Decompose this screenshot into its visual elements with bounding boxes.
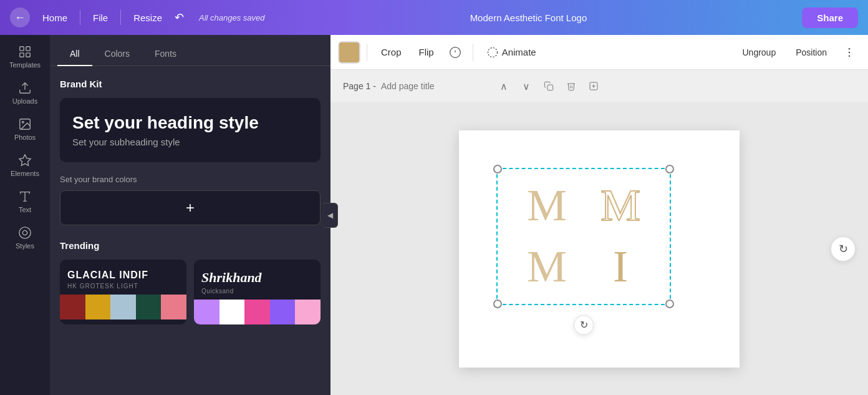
color-swatch-s2 [219, 300, 245, 324]
duplicate-page-button[interactable] [540, 77, 557, 95]
svg-point-13 [849, 47, 851, 49]
trend-glacial-title: GLACIAL INDIF [67, 270, 179, 281]
trash-icon [566, 81, 576, 91]
sidebar-item-styles[interactable]: Styles [4, 221, 46, 255]
svg-point-15 [849, 55, 851, 57]
plus-icon: + [186, 199, 195, 217]
position-button[interactable]: Position [787, 42, 836, 62]
svg-point-12 [488, 47, 497, 57]
color-swatch-1 [60, 295, 85, 319]
canvas-refresh-button[interactable]: ↻ [831, 237, 856, 261]
info-button[interactable] [444, 41, 466, 64]
uploads-label: Uploads [12, 97, 37, 105]
handle-br[interactable] [665, 300, 674, 308]
tab-fonts[interactable]: Fonts [142, 42, 189, 66]
brand-subheading[interactable]: Set your subheading style [72, 137, 308, 147]
styles-panel: All Colors Fonts Brand Kit Set your head… [50, 35, 330, 395]
brand-kit-title: Brand Kit [60, 79, 321, 89]
trend-glacial-colors [60, 295, 186, 319]
photos-icon [18, 117, 32, 131]
file-menu[interactable]: File [93, 12, 108, 23]
page-up-button[interactable]: ∧ [495, 77, 513, 95]
flip-button[interactable]: Flip [412, 42, 441, 62]
panel-content: Brand Kit Set your heading style Set you… [50, 66, 330, 395]
svg-point-5 [22, 121, 24, 123]
logo-letter-3: M [510, 237, 584, 298]
animate-button[interactable]: Animate [480, 42, 544, 63]
sidebar-item-photos[interactable]: Photos [4, 112, 46, 146]
animate-label: Animate [502, 47, 536, 57]
selection-box: M M M I ↻ [496, 168, 671, 305]
delete-page-button[interactable] [562, 77, 580, 95]
photos-label: Photos [14, 134, 36, 141]
toolbar-divider-2 [473, 44, 473, 61]
sidebar-item-text[interactable]: Text [4, 185, 46, 218]
elements-icon [18, 154, 32, 167]
info-icon [449, 46, 461, 59]
color-swatch-5 [161, 295, 186, 319]
page-down-button[interactable]: ∨ [518, 77, 535, 95]
back-button[interactable]: ← [10, 7, 30, 27]
trend-card-glacial-content: GLACIAL INDIF HK GROTESK LIGHT [60, 260, 186, 295]
crop-button[interactable]: Crop [374, 42, 409, 62]
panel-wrapper: All Colors Fonts Brand Kit Set your head… [50, 35, 330, 395]
canvas-area: Page 1 - ∧ ∨ [330, 70, 868, 395]
sidebar-item-elements[interactable]: Elements [4, 149, 46, 182]
content-area: Templates Uploads Photos Elements Text S… [0, 35, 868, 395]
home-link[interactable]: Home [42, 12, 67, 23]
trend-shrikhand-colors [194, 300, 321, 324]
brand-kit-card: Set your heading style Set your subheadi… [60, 98, 321, 162]
svg-rect-16 [547, 85, 553, 90]
trending-title: Trending [60, 240, 321, 251]
svg-rect-2 [20, 53, 24, 57]
svg-marker-6 [19, 155, 31, 165]
svg-point-8 [22, 230, 27, 235]
add-page-button[interactable] [585, 77, 602, 95]
color-swatch-s4 [270, 300, 296, 324]
handle-bl[interactable] [493, 300, 502, 308]
flip-label: Flip [419, 47, 434, 57]
canvas-page[interactable]: M M M I ↻ [459, 130, 740, 368]
svg-rect-1 [26, 47, 30, 51]
styles-label: Styles [16, 242, 34, 250]
sidebar-item-templates[interactable]: Templates [4, 40, 46, 74]
color-swatch-4 [136, 295, 162, 319]
page-title-input[interactable] [381, 81, 490, 91]
page-header: Page 1 - ∧ ∨ [330, 70, 868, 102]
elements-label: Elements [11, 170, 39, 177]
add-colors-button[interactable]: + [60, 190, 321, 225]
handle-tr[interactable] [665, 165, 674, 173]
ungroup-button[interactable]: Ungroup [733, 42, 784, 62]
brand-colors-label: Set your brand colors [60, 175, 321, 184]
svg-point-14 [849, 51, 851, 53]
duplicate-icon [544, 81, 554, 91]
panel-collapse-button[interactable]: ◀ [323, 203, 338, 228]
canvas-container: M M M I ↻ ↻ [330, 102, 868, 395]
svg-point-7 [19, 227, 31, 238]
more-options-button[interactable] [838, 41, 861, 64]
animate-icon [487, 47, 498, 58]
trend-card-shrikhand-content: Shrikhand Quicksand [194, 260, 321, 300]
color-swatch-button[interactable] [338, 41, 360, 64]
text-label: Text [19, 206, 31, 213]
undo-button[interactable]: ↶ [175, 11, 184, 24]
tab-colors[interactable]: Colors [92, 42, 142, 66]
styles-icon [18, 226, 32, 240]
document-title[interactable]: Modern Aesthetic Font Logo [470, 12, 587, 23]
grid-icon [18, 45, 32, 59]
tab-all[interactable]: All [57, 42, 92, 66]
share-button[interactable]: Share [802, 7, 858, 28]
color-swatch-2 [85, 295, 111, 319]
rotate-button[interactable]: ↻ [574, 315, 594, 335]
resize-menu[interactable]: Resize [133, 12, 162, 23]
handle-tl[interactable] [493, 165, 502, 173]
svg-rect-0 [20, 47, 24, 51]
brand-heading[interactable]: Set your heading style [72, 113, 308, 133]
upload-icon [18, 81, 32, 95]
toolbar-divider-1 [367, 44, 367, 61]
trend-card-glacial[interactable]: GLACIAL INDIF HK GROTESK LIGHT [60, 260, 186, 324]
right-content: Crop Flip Animate Ungroup Position [330, 35, 868, 395]
sidebar-item-uploads[interactable]: Uploads [4, 76, 46, 110]
trend-card-shrikhand[interactable]: Shrikhand Quicksand [194, 260, 321, 324]
logo-letter-4: I [584, 237, 657, 298]
